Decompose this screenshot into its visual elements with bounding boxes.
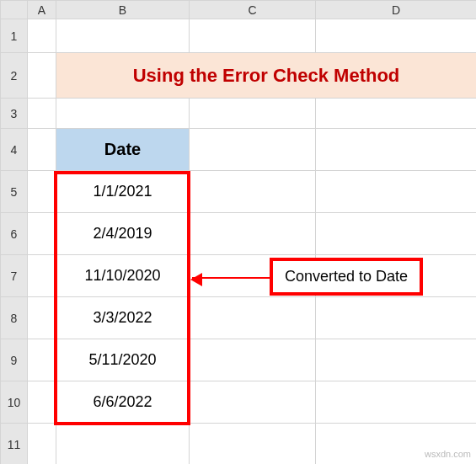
- cell-A6[interactable]: [28, 213, 56, 255]
- cell-D10[interactable]: [316, 381, 477, 424]
- corner-cell[interactable]: [1, 1, 28, 19]
- cell-A2[interactable]: [28, 53, 56, 99]
- cell-A7[interactable]: [28, 255, 56, 297]
- title-cell[interactable]: Using the Error Check Method: [56, 53, 477, 99]
- col-header-D[interactable]: D: [316, 1, 477, 19]
- cell-D9[interactable]: [316, 339, 477, 381]
- callout-text: Converted to Date: [285, 268, 408, 285]
- cell-C10[interactable]: [190, 381, 316, 424]
- cell-A4[interactable]: [28, 129, 56, 171]
- row-header-7[interactable]: 7: [1, 255, 28, 297]
- date-cell-5[interactable]: 5/11/2020: [56, 339, 190, 381]
- date-cell-6[interactable]: 6/6/2022: [56, 381, 190, 424]
- row-header-2[interactable]: 2: [1, 53, 28, 99]
- cell-C3[interactable]: [190, 99, 316, 129]
- cell-D3[interactable]: [316, 99, 477, 129]
- date-cell-3[interactable]: 11/10/2020: [56, 255, 190, 297]
- col-header-C[interactable]: C: [190, 1, 316, 19]
- cell-C11[interactable]: [190, 424, 316, 465]
- column-headers-row: A B C D: [1, 1, 477, 19]
- cell-A9[interactable]: [28, 339, 56, 381]
- row-header-9[interactable]: 9: [1, 339, 28, 381]
- cell-A1[interactable]: [28, 19, 56, 53]
- date-cell-1[interactable]: 1/1/2021: [56, 171, 190, 213]
- cell-D4[interactable]: [316, 129, 477, 171]
- cell-C4[interactable]: [190, 129, 316, 171]
- callout-box: Converted to Date: [270, 258, 423, 296]
- cell-A10[interactable]: [28, 381, 56, 424]
- cell-D1[interactable]: [316, 19, 477, 53]
- cell-D8[interactable]: [316, 297, 477, 339]
- cell-B3[interactable]: [56, 99, 190, 129]
- cell-C5[interactable]: [190, 171, 316, 213]
- cell-C1[interactable]: [190, 19, 316, 53]
- watermark-text: wsxdn.com: [425, 449, 471, 459]
- col-header-B[interactable]: B: [56, 1, 190, 19]
- spreadsheet-view: A B C D 1 2 Using the Error Check Method…: [0, 0, 476, 464]
- cell-C8[interactable]: [190, 297, 316, 339]
- row-header-11[interactable]: 11: [1, 424, 28, 465]
- grid-table: A B C D 1 2 Using the Error Check Method…: [0, 0, 476, 464]
- cell-C9[interactable]: [190, 339, 316, 381]
- date-cell-2[interactable]: 2/4/2019: [56, 213, 190, 255]
- cell-D5[interactable]: [316, 171, 477, 213]
- row-header-6[interactable]: 6: [1, 213, 28, 255]
- col-header-A[interactable]: A: [28, 1, 56, 19]
- cell-D6[interactable]: [316, 213, 477, 255]
- arrow-icon: [192, 277, 270, 279]
- date-header-cell[interactable]: Date: [56, 129, 190, 171]
- cell-A3[interactable]: [28, 99, 56, 129]
- cell-A8[interactable]: [28, 297, 56, 339]
- row-header-3[interactable]: 3: [1, 99, 28, 129]
- row-header-5[interactable]: 5: [1, 171, 28, 213]
- cell-C6[interactable]: [190, 213, 316, 255]
- date-cell-4[interactable]: 3/3/2022: [56, 297, 190, 339]
- cell-A5[interactable]: [28, 171, 56, 213]
- cell-B1[interactable]: [56, 19, 190, 53]
- row-header-8[interactable]: 8: [1, 297, 28, 339]
- cell-B11[interactable]: [56, 424, 190, 465]
- cell-A11[interactable]: [28, 424, 56, 465]
- row-header-10[interactable]: 10: [1, 381, 28, 424]
- row-header-4[interactable]: 4: [1, 129, 28, 171]
- row-header-1[interactable]: 1: [1, 19, 28, 53]
